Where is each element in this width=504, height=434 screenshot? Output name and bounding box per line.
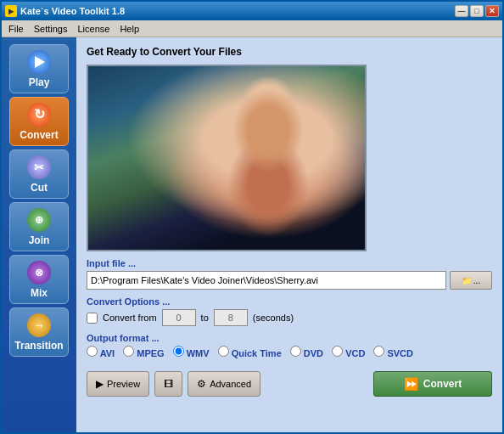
main-window: ▶ Kate`s Video Toolkit 1.8 — □ ✕ File Se…	[0, 0, 504, 434]
folder-icon: 📁	[462, 276, 472, 285]
input-row: 📁 ...	[87, 271, 492, 290]
sidebar-btn-play[interactable]: Play	[9, 44, 69, 93]
format-quicktime[interactable]: Quick Time	[218, 346, 282, 358]
menu-file[interactable]: File	[3, 22, 29, 36]
format-vcd[interactable]: VCD	[332, 346, 365, 358]
filmstrip-icon: 🎞	[164, 379, 173, 389]
sidebar-label-play: Play	[29, 76, 50, 88]
action-bar: ▶ Preview 🎞 ⚙ Advanced ⏩ Convert	[87, 371, 492, 397]
video-overlay	[88, 66, 365, 250]
close-button[interactable]: ✕	[485, 5, 499, 17]
play-icon	[27, 50, 51, 74]
from-time-input[interactable]	[162, 309, 196, 326]
vcd-label: VCD	[345, 348, 365, 358]
preview-label: Preview	[107, 379, 140, 389]
sidebar-btn-mix[interactable]: ⊗ Mix	[9, 255, 69, 304]
sidebar-label-transition: Transition	[14, 340, 63, 352]
content-area: Get Ready to Convert Your Files Input fi…	[76, 37, 502, 432]
advanced-label: Advanced	[210, 379, 251, 389]
browse-button[interactable]: 📁 ...	[450, 271, 492, 290]
input-file-label: Input file ...	[87, 258, 492, 268]
convert-label: Convert	[423, 378, 462, 390]
seconds-label: (seconds)	[253, 313, 294, 323]
to-label: to	[201, 313, 209, 323]
convert-button[interactable]: ⏩ Convert	[373, 371, 492, 397]
sidebar-btn-join[interactable]: ⊕ Join	[9, 202, 69, 251]
sidebar-label-cut: Cut	[31, 182, 48, 194]
to-time-input[interactable]	[214, 309, 248, 326]
convert-options-row: Convert from to (seconds)	[87, 309, 492, 326]
menu-help[interactable]: Help	[115, 22, 144, 36]
sidebar-btn-cut[interactable]: ✂ Cut	[9, 149, 69, 199]
convert-from-label: Convert from	[103, 313, 157, 323]
browse-label: ...	[473, 276, 480, 285]
format-svcd[interactable]: SVCD	[373, 346, 413, 358]
radio-svcd[interactable]	[373, 346, 384, 357]
radio-avi[interactable]	[87, 346, 98, 357]
sidebar-label-convert: Convert	[20, 129, 58, 141]
format-row: AVI MPEG WMV Quick Time	[87, 346, 492, 361]
cut-icon: ✂	[27, 155, 51, 179]
file-input[interactable]	[87, 271, 446, 290]
radio-vcd[interactable]	[332, 346, 343, 357]
svcd-label: SVCD	[387, 348, 413, 358]
preview-button[interactable]: ▶ Preview	[87, 371, 149, 397]
join-icon: ⊕	[27, 208, 51, 232]
window-title: Kate`s Video Toolkit 1.8	[20, 6, 455, 16]
avi-label: AVI	[100, 348, 115, 358]
minimize-button[interactable]: —	[455, 5, 468, 17]
convert-sidebar-icon: ↻	[27, 103, 51, 127]
filmstrip-button[interactable]: 🎞	[154, 371, 182, 397]
menu-settings[interactable]: Settings	[29, 22, 73, 36]
format-dvd[interactable]: DVD	[290, 346, 323, 358]
convert-from-checkbox[interactable]	[87, 313, 98, 324]
convert-options-label: Convert Options ...	[87, 296, 492, 307]
format-wmv[interactable]: WMV	[173, 346, 210, 358]
advanced-button[interactable]: ⚙ Advanced	[188, 371, 260, 397]
video-frame	[88, 66, 365, 250]
quicktime-label: Quick Time	[232, 348, 282, 358]
main-content: Play ↻ Convert ✂ Cut ⊕ Join	[2, 37, 502, 432]
title-bar: ▶ Kate`s Video Toolkit 1.8 — □ ✕	[2, 2, 502, 20]
radio-dvd[interactable]	[290, 346, 301, 357]
wmv-label: WMV	[187, 348, 210, 358]
video-preview	[87, 65, 367, 251]
preview-icon: ▶	[96, 378, 104, 390]
input-section: Input file ... 📁 ...	[87, 258, 492, 290]
menu-bar: File Settings License Help	[2, 20, 502, 37]
transition-icon: →	[27, 313, 51, 337]
sidebar-btn-transition[interactable]: → Transition	[9, 307, 69, 357]
radio-mpeg[interactable]	[123, 346, 134, 357]
mix-icon: ⊗	[27, 261, 51, 285]
output-format-section: Output format ... AVI MPEG WMV	[87, 333, 492, 361]
page-title: Get Ready to Convert Your Files	[87, 46, 492, 58]
menu-license[interactable]: License	[72, 22, 115, 36]
convert-btn-icon: ⏩	[404, 377, 418, 391]
maximize-button[interactable]: □	[470, 5, 484, 17]
gear-icon: ⚙	[197, 378, 206, 390]
sidebar-label-mix: Mix	[31, 287, 48, 299]
output-format-label: Output format ...	[87, 333, 492, 343]
radio-wmv[interactable]	[173, 346, 184, 357]
app-icon: ▶	[5, 5, 17, 17]
sidebar-btn-convert[interactable]: ↻ Convert	[9, 97, 69, 146]
format-avi[interactable]: AVI	[87, 346, 115, 358]
mpeg-label: MPEG	[137, 348, 164, 358]
title-bar-buttons: — □ ✕	[455, 5, 499, 17]
radio-quicktime[interactable]	[218, 346, 229, 357]
sidebar: Play ↻ Convert ✂ Cut ⊕ Join	[2, 37, 76, 432]
convert-options-section: Convert Options ... Convert from to (sec…	[87, 296, 492, 326]
sidebar-label-join: Join	[29, 234, 50, 246]
format-mpeg[interactable]: MPEG	[123, 346, 164, 358]
dvd-label: DVD	[304, 348, 323, 358]
